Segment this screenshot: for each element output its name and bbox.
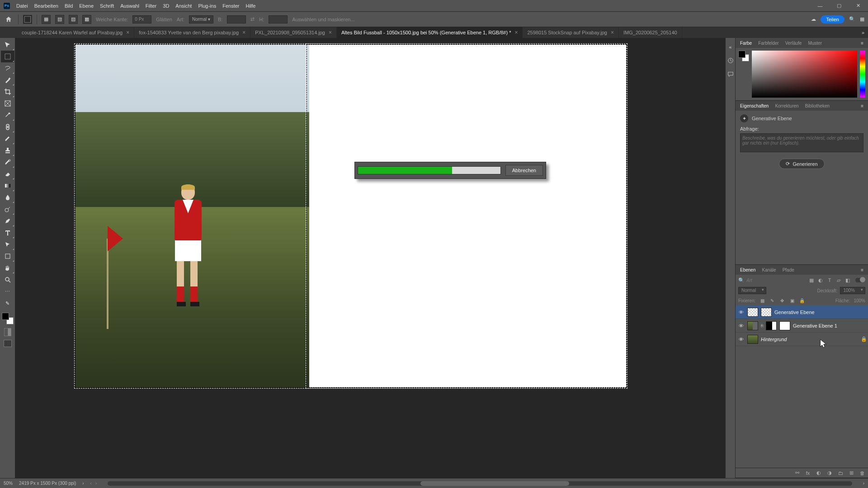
close-icon[interactable]: × <box>126 29 129 36</box>
prompt-input[interactable] <box>740 133 863 152</box>
scroll-right-end-icon[interactable]: › <box>863 481 864 486</box>
panel-menu-icon[interactable]: ≡ <box>861 267 863 272</box>
menu-fenster[interactable]: Fenster <box>222 3 239 9</box>
lasso-tool[interactable] <box>1 62 14 74</box>
eyedropper-tool[interactable] <box>1 109 14 121</box>
filter-image-icon[interactable]: ▦ <box>808 277 815 283</box>
wand-tool[interactable] <box>1 74 14 86</box>
lock-brush-icon[interactable]: ✎ <box>769 297 775 304</box>
layer-thumb[interactable] <box>761 308 772 317</box>
pen-tool[interactable] <box>1 215 14 227</box>
visibility-icon[interactable]: 👁 <box>737 310 745 315</box>
color-swatch[interactable] <box>2 313 14 324</box>
color-field[interactable] <box>752 51 857 98</box>
frame-tool[interactable] <box>1 98 14 109</box>
fgbg-swatch[interactable] <box>738 51 749 61</box>
menu-bild[interactable]: Bild <box>65 3 73 9</box>
tab-bibliotheken[interactable]: Bibliotheken <box>805 103 830 108</box>
visibility-icon[interactable]: 👁 <box>737 323 745 328</box>
doc-tab[interactable]: fox-1540833 Yvette van den Berg pixabay.… <box>134 27 250 38</box>
visibility-icon[interactable]: 👁 <box>737 337 745 342</box>
layer-name[interactable]: Hintergrund <box>761 337 858 342</box>
gradient-tool[interactable] <box>1 180 14 192</box>
menu-ansicht[interactable]: Ansicht <box>175 3 192 9</box>
delete-icon[interactable]: 🗑 <box>859 470 865 476</box>
select-and-mask-link[interactable]: Auswählen und maskieren... <box>292 17 354 22</box>
lock-icon[interactable]: 🔒 <box>861 336 866 342</box>
layer-thumb[interactable] <box>747 308 758 317</box>
dodge-tool[interactable] <box>1 203 14 215</box>
menu-bearbeiten[interactable]: Bearbeiten <box>34 3 58 9</box>
menu-auswahl[interactable]: Auswahl <box>120 3 139 9</box>
window-maximize[interactable]: ▢ <box>833 1 845 10</box>
group-icon[interactable]: 🗀 <box>837 470 844 476</box>
doc-tab[interactable]: couple-1718244 Karen Warfel auf Pixabay.… <box>17 27 134 38</box>
selection-new-icon[interactable]: ▦ <box>42 15 51 24</box>
lock-all-icon[interactable]: 🔒 <box>799 297 805 304</box>
menu-3d[interactable]: 3D <box>163 3 169 9</box>
stamp-tool[interactable] <box>1 145 14 156</box>
menu-hilfe[interactable]: Hilfe <box>245 3 255 9</box>
history-brush-tool[interactable] <box>1 156 14 168</box>
selection-intersect-icon[interactable]: ▩ <box>82 15 91 24</box>
comments-icon[interactable] <box>726 70 735 79</box>
crop-tool[interactable] <box>1 86 14 98</box>
filter-shape-icon[interactable]: ▱ <box>835 277 842 283</box>
move-tool[interactable] <box>1 39 14 51</box>
marquee-rect-icon[interactable] <box>23 15 32 24</box>
quickmask-toggle[interactable] <box>4 328 11 336</box>
height-input[interactable] <box>269 15 288 23</box>
more-tools[interactable]: ⋯ <box>1 286 14 297</box>
style-dropdown[interactable]: Normal ▾ <box>189 15 213 23</box>
blur-tool[interactable] <box>1 192 14 203</box>
filter-smart-icon[interactable]: ◧ <box>844 277 851 283</box>
swap-icon[interactable]: ⇄ <box>250 16 255 22</box>
close-icon[interactable]: × <box>611 29 614 36</box>
close-icon[interactable]: × <box>329 29 332 36</box>
menu-filter[interactable]: Filter <box>146 3 156 9</box>
canvas[interactable]: Abbrechen <box>15 38 725 478</box>
tabs-overflow-icon[interactable]: » <box>858 30 868 35</box>
lock-pixels-icon[interactable]: ▦ <box>759 297 765 304</box>
healing-tool[interactable] <box>1 121 14 133</box>
layer-row[interactable]: 👁 Generative Ebene <box>736 305 868 319</box>
layer-filter-search[interactable]: 🔍 <box>738 277 804 283</box>
doc-tab-active[interactable]: Altes Bild Fussball - 1050x1500.jpg bei … <box>337 27 523 38</box>
hand-tool[interactable] <box>1 262 14 274</box>
tab-kanaele[interactable]: Kanäle <box>762 267 776 272</box>
tab-pfade[interactable]: Pfade <box>783 267 794 272</box>
lock-position-icon[interactable]: ✥ <box>779 297 785 304</box>
menu-ebene[interactable]: Ebene <box>79 3 94 9</box>
home-button[interactable] <box>4 14 14 24</box>
layer-thumb[interactable] <box>747 321 758 330</box>
panel-menu-icon[interactable]: ≡ <box>861 103 863 108</box>
info-chevron-icon[interactable]: › <box>82 481 84 486</box>
close-icon[interactable]: × <box>242 29 245 36</box>
tab-farbe[interactable]: Farbe <box>740 41 752 46</box>
cloud-icon[interactable]: ☁ <box>811 16 816 22</box>
blend-mode-dropdown[interactable]: Normal <box>738 287 766 294</box>
doc-tab[interactable]: IMG_20200625_205140 <box>619 27 682 38</box>
width-input[interactable] <box>227 15 246 23</box>
fill-input[interactable]: 100% <box>854 298 865 303</box>
doc-tab[interactable]: 2598015 StockSnap auf Pixabay.jpg× <box>523 27 619 38</box>
selection-add-icon[interactable]: ▧ <box>55 15 64 24</box>
tab-farbfelder[interactable]: Farbfelder <box>758 41 779 46</box>
cancel-button[interactable]: Abbrechen <box>505 165 543 176</box>
layer-name[interactable]: Generative Ebene <box>774 310 866 315</box>
zoom-tool[interactable] <box>1 274 14 286</box>
panel-menu-icon[interactable]: ≡ <box>861 41 863 46</box>
scroll-left-icon[interactable]: ‹ <box>90 481 92 486</box>
opacity-input[interactable]: 100% <box>840 287 865 294</box>
mask-thumb[interactable] <box>766 321 777 330</box>
menu-schrift[interactable]: Schrift <box>100 3 114 9</box>
menu-plugins[interactable]: Plug-ins <box>198 3 216 9</box>
share-button[interactable]: Teilen <box>821 15 844 23</box>
collapse-icon[interactable]: « <box>726 42 735 52</box>
history-icon[interactable] <box>726 56 735 65</box>
lock-artboard-icon[interactable]: ▣ <box>789 297 795 304</box>
zoom-level[interactable]: 50% <box>4 481 13 486</box>
hue-slider[interactable] <box>860 51 865 98</box>
horizontal-scrollbar[interactable] <box>108 481 852 486</box>
filter-toggle[interactable] <box>855 278 865 282</box>
